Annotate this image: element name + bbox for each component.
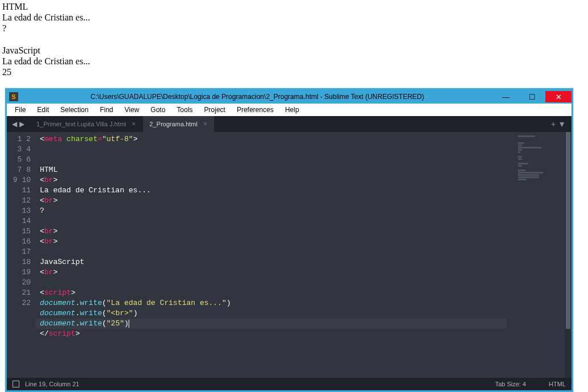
output-line: 25 bbox=[2, 67, 586, 77]
output-line: HTML bbox=[2, 1, 586, 12]
output-line: JavaScript bbox=[2, 45, 586, 56]
output-line bbox=[2, 34, 586, 45]
output-line: ? bbox=[2, 23, 586, 34]
browser-output: HTML La edad de Cristian es... ? JavaScr… bbox=[0, 0, 588, 79]
output-line: La edad de Cristian es... bbox=[2, 12, 586, 23]
output-line: La edad de Cristian es... bbox=[2, 56, 586, 67]
